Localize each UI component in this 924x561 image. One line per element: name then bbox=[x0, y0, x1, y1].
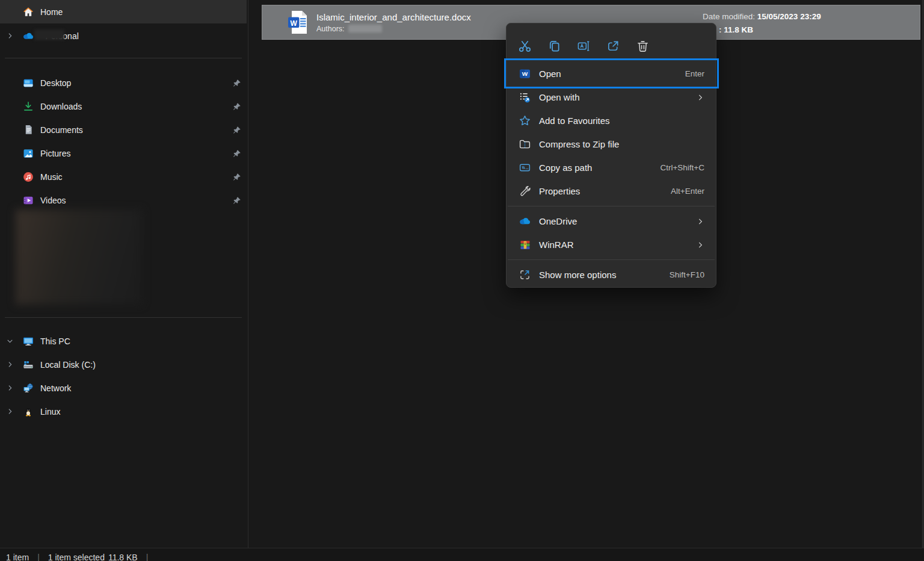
pin-icon bbox=[232, 102, 242, 111]
menu-item-label: Open with bbox=[539, 92, 580, 102]
pin-icon bbox=[232, 196, 242, 205]
file-date-modified: Date modified: 15/05/2023 23:29 bbox=[703, 12, 821, 21]
delete-icon[interactable] bbox=[632, 35, 653, 57]
music-icon bbox=[22, 171, 34, 183]
sidebar-item-downloads[interactable]: Downloads bbox=[0, 95, 247, 118]
menu-item-winrar[interactable]: WinRAR bbox=[507, 233, 716, 256]
redacted-username bbox=[34, 29, 64, 40]
date-modified-label: Date modified: bbox=[703, 12, 755, 21]
menu-item-add-to-favourites[interactable]: Add to Favourites bbox=[507, 109, 716, 132]
chevron-right-icon[interactable] bbox=[5, 383, 14, 393]
sidebar-item-label: Network bbox=[40, 383, 71, 393]
file-explorer-window: Home - Personal Desktop bbox=[0, 0, 924, 561]
sidebar-item-network[interactable]: Network bbox=[0, 376, 247, 400]
menu-separator bbox=[507, 256, 716, 263]
onedrive-icon bbox=[22, 30, 34, 42]
network-icon bbox=[22, 382, 34, 394]
menu-item-show-more-options[interactable]: Show more options Shift+F10 bbox=[507, 263, 716, 287]
home-icon bbox=[22, 6, 34, 18]
menu-item-shortcut: Shift+F10 bbox=[670, 270, 704, 279]
sidebar-item-label: Linux bbox=[40, 407, 60, 417]
pin-icon bbox=[232, 149, 242, 158]
context-menu: W Open Enter Open with Add to Favourites bbox=[506, 23, 716, 288]
file-size: : 11.8 KB bbox=[719, 25, 753, 34]
chevron-down-icon[interactable] bbox=[5, 336, 14, 346]
item-count: 1 item bbox=[6, 553, 29, 561]
sidebar-item-videos[interactable]: Videos bbox=[0, 188, 247, 212]
pin-icon bbox=[232, 125, 242, 135]
sidebar-item-label: Downloads bbox=[40, 102, 82, 111]
file-name: Islamic_interior_and_architecture.docx bbox=[316, 12, 471, 22]
sidebar-item-label: Desktop bbox=[40, 78, 71, 88]
menu-item-properties[interactable]: Properties Alt+Enter bbox=[507, 179, 716, 203]
copy-path-icon bbox=[519, 161, 531, 174]
open-with-icon bbox=[519, 91, 531, 104]
menu-item-shortcut: Alt+Enter bbox=[671, 187, 704, 196]
sidebar-item-label: Documents bbox=[40, 125, 83, 135]
copy-icon[interactable] bbox=[543, 35, 565, 57]
redacted-author bbox=[348, 25, 382, 33]
sidebar-item-label: This PC bbox=[40, 336, 70, 346]
status-divider: | bbox=[37, 553, 40, 561]
file-authors: Authors: bbox=[316, 25, 471, 33]
menu-item-onedrive[interactable]: OneDrive bbox=[507, 209, 716, 233]
sidebar-item-linux[interactable]: Linux bbox=[0, 400, 247, 423]
cut-icon[interactable] bbox=[514, 35, 535, 57]
share-icon[interactable] bbox=[602, 35, 624, 57]
downloads-icon bbox=[22, 101, 34, 113]
pin-icon bbox=[232, 172, 242, 182]
svg-text:W: W bbox=[522, 70, 528, 77]
sidebar-item-label: Videos bbox=[40, 196, 66, 205]
sidebar-item-documents[interactable]: Documents bbox=[0, 118, 247, 141]
local-disk-icon bbox=[22, 359, 34, 371]
word-document-icon: W bbox=[288, 10, 308, 34]
pin-icon bbox=[232, 78, 242, 88]
sidebar-item-local-disk-c[interactable]: Local Disk (C:) bbox=[0, 353, 247, 376]
documents-icon bbox=[22, 124, 34, 136]
menu-item-label: Copy as path bbox=[539, 163, 592, 173]
chevron-right-icon[interactable] bbox=[5, 31, 14, 41]
menu-item-label: OneDrive bbox=[539, 216, 577, 226]
sidebar-item-home[interactable]: Home bbox=[0, 0, 247, 23]
menu-item-open-with[interactable]: Open with bbox=[507, 85, 716, 109]
menu-item-compress-to-zip[interactable]: Compress to Zip file bbox=[507, 132, 716, 156]
linux-icon bbox=[22, 406, 34, 418]
scrollbar-track[interactable] bbox=[921, 0, 924, 548]
sidebar-item-label: Home bbox=[40, 7, 63, 17]
menu-item-label: Compress to Zip file bbox=[539, 139, 619, 149]
menu-item-open[interactable]: W Open Enter bbox=[507, 62, 716, 85]
sidebar-item-pictures[interactable]: Pictures bbox=[0, 141, 247, 165]
status-bar: 1 item | 1 item selected 11.8 KB | bbox=[0, 548, 924, 561]
pictures-icon bbox=[22, 147, 34, 160]
sidebar-item-label: Local Disk (C:) bbox=[40, 360, 96, 370]
wrench-icon bbox=[519, 185, 531, 197]
videos-icon bbox=[22, 194, 34, 206]
redacted-region bbox=[16, 209, 142, 305]
menu-item-shortcut: Enter bbox=[685, 69, 704, 78]
menu-item-copy-as-path[interactable]: Copy as path Ctrl+Shift+C bbox=[507, 156, 716, 179]
selection-count: 1 item selected bbox=[48, 553, 105, 561]
selection-size: 11.8 KB bbox=[108, 553, 138, 561]
sidebar-item-label: Music bbox=[40, 172, 63, 182]
menu-item-label: WinRAR bbox=[539, 240, 574, 250]
menu-separator bbox=[507, 203, 716, 209]
winrar-icon bbox=[519, 238, 531, 251]
sidebar-separator bbox=[5, 58, 242, 58]
menu-item-shortcut: Ctrl+Shift+C bbox=[660, 163, 704, 172]
sidebar-item-this-pc[interactable]: This PC bbox=[0, 329, 247, 353]
menu-item-label: Properties bbox=[539, 186, 580, 196]
sidebar-item-desktop[interactable]: Desktop bbox=[0, 71, 247, 95]
zip-folder-icon bbox=[519, 138, 531, 150]
sidebar-item-label: Pictures bbox=[40, 149, 71, 158]
rename-icon[interactable] bbox=[573, 35, 594, 57]
menu-item-label: Open bbox=[539, 69, 561, 79]
show-more-options-icon bbox=[519, 268, 531, 281]
file-meta: Islamic_interior_and_architecture.docx A… bbox=[316, 12, 471, 33]
sidebar-item-music[interactable]: Music bbox=[0, 165, 247, 188]
menu-item-label: Add to Favourites bbox=[539, 116, 610, 126]
chevron-right-icon[interactable] bbox=[5, 407, 14, 417]
status-divider: | bbox=[146, 553, 149, 561]
menu-item-label: Show more options bbox=[539, 270, 616, 280]
chevron-right-icon[interactable] bbox=[5, 360, 14, 370]
authors-label: Authors: bbox=[316, 25, 345, 33]
